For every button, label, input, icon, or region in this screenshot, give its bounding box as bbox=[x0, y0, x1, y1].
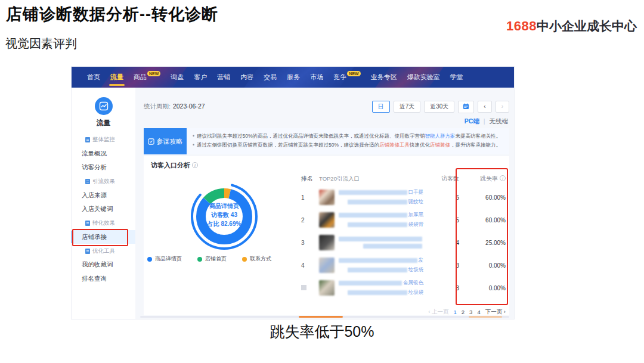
top-nav: 首页 流量 商品NEW 询盘 客户 营销 内容 交易 服务 市场 竞争NEW 业… bbox=[72, 67, 514, 88]
nav-item-traffic[interactable]: 流量 bbox=[110, 67, 123, 87]
sidebar-item-traffic-overview[interactable]: 流量概况 bbox=[72, 147, 135, 160]
table-row: 2 加厚黑 袋袋背 5 60.00% bbox=[301, 209, 506, 231]
brand-1688: 1688 bbox=[506, 18, 537, 33]
table-header: 排名 TOP20引流入口 访客数 跳失率i bbox=[301, 172, 506, 186]
range-30d-button[interactable]: 近30天 bbox=[424, 101, 454, 113]
sidebar-item-my-saved-words[interactable]: 我的收藏词 bbox=[72, 258, 135, 272]
page-2-button[interactable]: 2 bbox=[462, 309, 465, 315]
bounce-value: 0.00% bbox=[459, 285, 506, 291]
bounce-value: 25.00% bbox=[459, 240, 506, 246]
next-period-button[interactable]: › bbox=[496, 101, 509, 113]
legend-contact[interactable]: 联系方式 bbox=[242, 255, 271, 263]
toolbar: 统计周期:2023-06-27 日 近7天 近30天 bbox=[144, 100, 509, 114]
product-title-link[interactable]: 金属银色 垃圾袋 bbox=[339, 280, 423, 296]
product-title-link[interactable]: 发 垃圾袋 bbox=[339, 257, 423, 274]
page-1-button[interactable]: 1 bbox=[454, 309, 457, 315]
pagination: ‹ 上一页 1 2 3 4 下一页 › bbox=[428, 308, 506, 316]
brand-text: 中小企业成长中心 bbox=[537, 19, 637, 33]
sidebar-item-overall-monitor[interactable]: 整体监控 bbox=[72, 133, 135, 147]
product-thumbnail[interactable] bbox=[319, 280, 335, 296]
sidebar-item-rank-query[interactable]: 排名查询 bbox=[72, 272, 135, 286]
sidebar-item-entry-source[interactable]: 入店来源 bbox=[72, 188, 135, 202]
sidebar-menu: 整体监控 流量概况 访客分析 引流效果 入店来源 入店关键词 转化效果 店铺承接… bbox=[72, 133, 135, 286]
nav-item-content[interactable]: 内容 bbox=[240, 67, 253, 87]
nav-item-transactions[interactable]: 交易 bbox=[264, 67, 277, 87]
chart-legend: 商品详情页 店铺首页 联系方式 bbox=[147, 255, 271, 263]
product-thumbnail[interactable] bbox=[319, 190, 335, 205]
line-chart-icon bbox=[99, 101, 109, 111]
store-decor-link[interactable]: 店铺装修 bbox=[430, 142, 450, 148]
product-thumbnail[interactable] bbox=[319, 257, 335, 273]
nav-item-competition[interactable]: 竞争NEW bbox=[333, 67, 360, 87]
smart-audience-link[interactable]: 智能人群方案 bbox=[425, 133, 456, 139]
visitors-value: 5 bbox=[423, 194, 459, 201]
sidebar-item-store-reception[interactable]: 店铺承接 bbox=[72, 230, 135, 244]
prev-period-button[interactable]: ‹ bbox=[478, 101, 491, 113]
product-title-link[interactable]: 加厚黑 袋袋背 bbox=[339, 212, 423, 228]
device-tab-pc[interactable]: PC端 bbox=[465, 117, 479, 125]
entry-donut-chart: 商品详情页 访客数 43 占比 82.69% bbox=[185, 178, 263, 255]
horizontal-scrollbar[interactable] bbox=[140, 316, 509, 318]
table-row: 3 4 25.00% bbox=[301, 231, 506, 254]
nav-item-services[interactable]: 服务 bbox=[287, 67, 300, 87]
page-4-button[interactable]: 4 bbox=[477, 309, 480, 315]
stat-period: 统计周期:2023-06-27 bbox=[144, 103, 205, 111]
product-title-link[interactable]: 口手提 驱蚊垃 bbox=[339, 189, 423, 206]
next-page-button[interactable]: 下一页 › bbox=[485, 308, 506, 316]
range-day-button[interactable]: 日 bbox=[372, 101, 390, 113]
advisor-guide-button[interactable]: 参谋攻略 bbox=[144, 128, 187, 154]
visitors-value: 3 bbox=[423, 262, 459, 269]
sidebar-item-entry-keywords[interactable]: 入店关键词 bbox=[72, 202, 135, 216]
product-title-link[interactable] bbox=[339, 237, 423, 249]
report-icon bbox=[85, 221, 90, 226]
sidebar-item-optimize-tools[interactable]: 优化工具 bbox=[72, 244, 135, 257]
visitors-value: 5 bbox=[423, 217, 459, 224]
report-icon bbox=[85, 249, 90, 254]
nav-item-market[interactable]: 市场 bbox=[310, 67, 323, 87]
sidebar-item-conversion-effect[interactable]: 转化效果 bbox=[72, 216, 135, 230]
donut-center-label: 商品详情页 访客数 43 占比 82.69% bbox=[185, 201, 263, 228]
range-7d-button[interactable]: 近7天 bbox=[394, 101, 421, 113]
nav-item-academy[interactable]: 学堂 bbox=[450, 67, 463, 87]
slide-title: 店铺诊断数据分析--转化诊断 bbox=[6, 4, 218, 25]
prev-page-button[interactable]: ‹ 上一页 bbox=[428, 308, 448, 316]
nav-item-inquiries[interactable]: 询盘 bbox=[171, 67, 184, 87]
nav-item-hot-lab[interactable]: 爆款实验室 bbox=[407, 67, 440, 87]
blurred-rank bbox=[301, 285, 306, 290]
nav-item-business-zone[interactable]: 业务专区 bbox=[371, 67, 397, 87]
nav-item-home[interactable]: 首页 bbox=[87, 67, 100, 87]
info-icon[interactable]: i bbox=[192, 162, 198, 168]
table-row: 金属银色 垃圾袋 3 0.00% bbox=[301, 277, 506, 299]
advisor-tip: 参谋攻略 建议找到跳失率超过50%的商品，通过优化商品详情页来降低跳失率，或通过… bbox=[144, 128, 509, 154]
legend-dot-blue bbox=[147, 257, 152, 262]
new-badge: NEW bbox=[347, 71, 360, 76]
product-thumbnail[interactable] bbox=[319, 235, 335, 250]
nav-item-customers[interactable]: 客户 bbox=[194, 67, 207, 87]
new-badge: NEW bbox=[147, 71, 160, 76]
calendar-button[interactable] bbox=[458, 101, 474, 113]
nav-item-products[interactable]: 商品NEW bbox=[134, 67, 160, 87]
bounce-value: 0.00% bbox=[459, 262, 506, 269]
guide-icon bbox=[148, 138, 154, 145]
slide-caption: 跳失率低于50% bbox=[0, 322, 644, 342]
traffic-module-icon bbox=[95, 97, 113, 115]
section-title: 访客入口分析i bbox=[151, 161, 198, 170]
bounce-value: 60.00% bbox=[459, 194, 506, 201]
visitors-value: 4 bbox=[423, 240, 459, 246]
product-thumbnail[interactable] bbox=[319, 212, 335, 228]
info-icon[interactable]: i bbox=[500, 175, 506, 181]
sidebar-item-visitor-analysis[interactable]: 访客分析 bbox=[72, 161, 135, 175]
scrollbar-thumb[interactable] bbox=[299, 316, 343, 318]
scrollbar-thumb-secondary bbox=[469, 316, 502, 318]
store-decor-tool-link[interactable]: 店铺装修工具 bbox=[379, 142, 410, 148]
sidebar-item-traffic-effect[interactable]: 引流效果 bbox=[72, 175, 135, 188]
legend-dot-orange bbox=[242, 257, 247, 262]
slide-subtitle: 视觉因素评判 bbox=[5, 36, 77, 52]
device-tab-wireless[interactable]: 无线端 bbox=[490, 117, 509, 125]
legend-product-detail[interactable]: 商品详情页 bbox=[147, 255, 182, 263]
legend-store-home[interactable]: 店铺首页 bbox=[197, 255, 227, 263]
slide: 店铺诊断数据分析--转化诊断 1688中小企业成长中心 视觉因素评判 首页 流量… bbox=[0, 0, 644, 363]
report-icon bbox=[85, 179, 90, 184]
nav-item-marketing[interactable]: 营销 bbox=[217, 67, 230, 87]
page-3-button[interactable]: 3 bbox=[469, 309, 472, 315]
